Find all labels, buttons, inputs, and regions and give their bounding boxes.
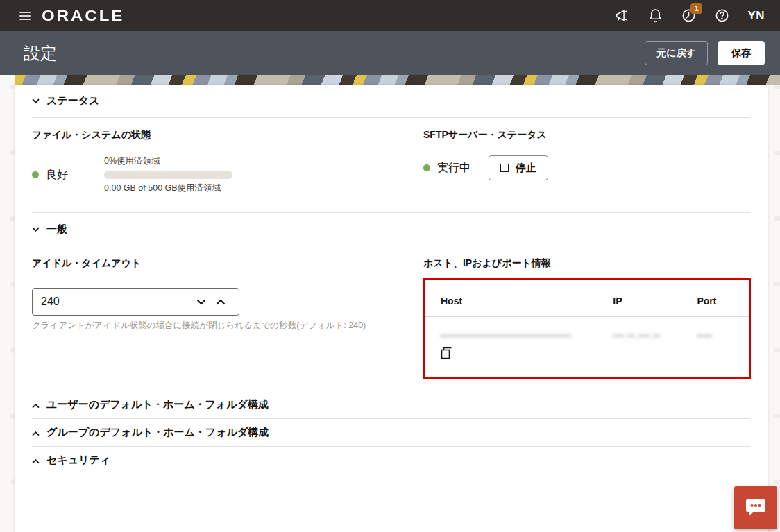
- column-header-host: Host: [425, 282, 613, 317]
- ip-value-redacted: •••.••.•••.••: [613, 331, 697, 341]
- section-title: セキュリティ: [46, 454, 110, 467]
- oracle-logo[interactable]: ORACLE: [42, 7, 124, 25]
- usage-meter: 0%使用済領域 0.00 GB of 500 GB使用済領域: [104, 155, 232, 194]
- host-value-redacted: ••••••••••••••••••••••••••••••••••: [441, 331, 613, 341]
- idle-timeout-block: アイドル・タイムアウト 240 クライアントがアイドル状態の場合に接続が閉じられ…: [32, 246, 423, 391]
- revert-button[interactable]: 元に戻す: [645, 41, 708, 65]
- idle-timeout-label: アイドル・タイムアウト: [32, 246, 423, 270]
- chevron-down-icon: [32, 227, 40, 232]
- status-content: ファイル・システムの状態 良好 0%使用済領域 0.00 GB of 500 G…: [32, 118, 751, 213]
- sftp-status-block: SFTPサーバー・ステータス 実行中 停止: [423, 118, 751, 212]
- help-icon[interactable]: [714, 8, 729, 24]
- file-system-state: 良好: [46, 168, 68, 182]
- chevron-up-icon: [32, 454, 40, 467]
- host-info-table: Host IP Port •••••••••••••••••••••••••••…: [425, 282, 749, 361]
- chat-launcher-button[interactable]: [734, 486, 777, 529]
- file-system-status-label: ファイル・システムの状態: [32, 118, 423, 141]
- file-system-status-block: ファイル・システムの状態 良好 0%使用済領域 0.00 GB of 500 G…: [32, 118, 423, 212]
- clock-icon[interactable]: 1: [681, 8, 696, 24]
- section-header-general[interactable]: 一般: [32, 213, 751, 246]
- user-menu[interactable]: YN: [747, 9, 765, 23]
- page-title: 設定: [24, 42, 57, 65]
- chevron-down-icon: [32, 98, 40, 103]
- port-value-redacted: ••••: [697, 331, 749, 341]
- chevron-up-icon: [32, 399, 40, 411]
- page-header: 設定 元に戻す 保存: [0, 31, 780, 75]
- usage-meter-track: [104, 171, 232, 179]
- chat-icon: [745, 497, 767, 518]
- header-actions: 元に戻す 保存: [645, 41, 765, 65]
- section-header-security[interactable]: セキュリティ: [32, 447, 751, 474]
- settings-card: ステータス ファイル・システムの状態 良好 0%使用済領域 0.00 GB of…: [15, 85, 768, 532]
- host-info-block: ホスト、IPおよびポート情報 Host IP Port •••••••••••: [423, 246, 751, 391]
- host-info-label: ホスト、IPおよびポート情報: [423, 246, 751, 270]
- table-row: •••••••••••••••••••••••••••••••••• •••.•…: [425, 317, 749, 362]
- idle-timeout-stepper[interactable]: 240: [32, 288, 239, 316]
- decorative-banner: [15, 75, 780, 85]
- stop-button-label: 停止: [516, 162, 536, 175]
- usage-percent-label: 0%使用済領域: [104, 155, 232, 167]
- topbar: ORACLE 1: [0, 0, 780, 31]
- status-dot-green: [32, 171, 39, 178]
- idle-timeout-value[interactable]: 240: [41, 295, 192, 308]
- column-header-port: Port: [697, 282, 749, 317]
- section-title: ステータス: [46, 94, 99, 108]
- save-button[interactable]: 保存: [718, 41, 765, 65]
- status-dot-green: [423, 164, 430, 171]
- section-title: グループのデフォルト・ホーム・フォルダ構成: [46, 426, 269, 439]
- stepper-increment-button[interactable]: [211, 299, 230, 305]
- stepper-decrement-button[interactable]: [192, 299, 211, 305]
- bell-icon[interactable]: [647, 8, 663, 24]
- general-content: アイドル・タイムアウト 240 クライアントがアイドル状態の場合に接続が閉じられ…: [32, 246, 751, 391]
- section-title: 一般: [46, 223, 67, 236]
- hamburger-icon[interactable]: [19, 12, 31, 20]
- stop-icon: [500, 164, 509, 172]
- section-title: ユーザーのデフォルト・ホーム・フォルダ構成: [46, 398, 269, 411]
- sftp-state: 実行中: [437, 161, 470, 175]
- announcement-icon[interactable]: [614, 8, 629, 24]
- section-header-status[interactable]: ステータス: [32, 85, 751, 118]
- usage-detail-label: 0.00 GB of 500 GB使用済領域: [104, 182, 232, 194]
- sftp-status-label: SFTPサーバー・ステータス: [423, 118, 751, 141]
- chevron-up-icon: [32, 427, 40, 439]
- copy-icon[interactable]: [441, 347, 452, 361]
- clock-badge: 1: [690, 3, 702, 14]
- topbar-actions: 1 YN: [614, 8, 765, 24]
- column-header-ip: IP: [613, 282, 697, 317]
- section-header-user-home-folder[interactable]: ユーザーのデフォルト・ホーム・フォルダ構成: [32, 391, 751, 419]
- idle-timeout-help: クライアントがアイドル状態の場合に接続が閉じられるまでの秒数(デフォルト: 24…: [32, 320, 423, 348]
- stop-server-button[interactable]: 停止: [489, 155, 548, 180]
- section-header-group-home-folder[interactable]: グループのデフォルト・ホーム・フォルダ構成: [32, 419, 751, 447]
- host-info-highlight-box: Host IP Port •••••••••••••••••••••••••••…: [423, 278, 751, 379]
